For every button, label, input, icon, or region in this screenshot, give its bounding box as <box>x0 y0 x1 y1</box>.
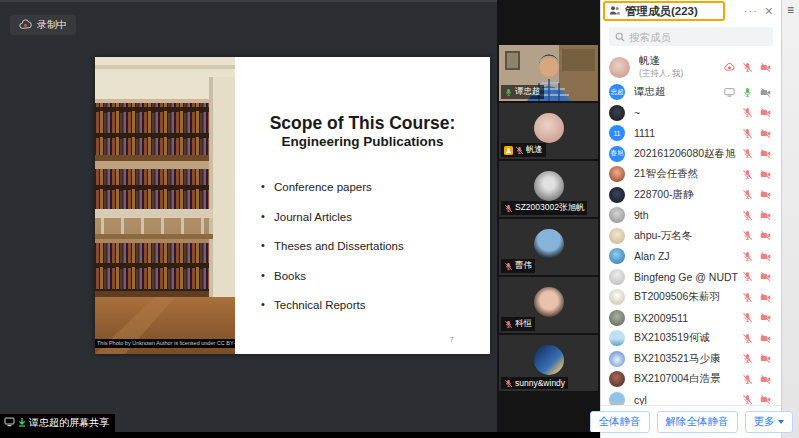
member-status-icons[interactable] <box>742 128 771 139</box>
participant-name: 科恒 <box>515 318 532 330</box>
member-row[interactable]: 9th <box>601 205 781 226</box>
member-name: Alan ZJ <box>634 250 670 262</box>
participant-filmstrip[interactable]: 谭忠超帆逢SZ2003002张旭帆曹伟科恒sunny&windy <box>497 0 600 438</box>
mic-on-icon <box>504 88 513 97</box>
member-row[interactable]: 111111 <box>601 123 781 144</box>
member-row[interactable]: BX2103521马少康 <box>601 349 781 370</box>
participant-tile[interactable]: 帆逢 <box>499 103 598 159</box>
member-status-icons[interactable] <box>742 210 771 221</box>
member-name: 1111 <box>634 127 655 139</box>
participant-tile[interactable]: 科恒 <box>499 277 598 333</box>
member-avatar <box>609 351 625 367</box>
member-row[interactable]: BT2009506朱薪羽 <box>601 287 781 308</box>
member-row[interactable]: 帆逢(主持人, 我) <box>601 52 781 82</box>
participant-tile[interactable]: 谭忠超 <box>499 45 598 101</box>
member-status-icons[interactable] <box>742 189 771 200</box>
cam-off-icon <box>760 230 771 241</box>
member-row[interactable]: BX2009511 <box>601 308 781 329</box>
participant-tile[interactable]: SZ2003002张旭帆 <box>499 161 598 217</box>
download-arrow-icon <box>18 418 26 429</box>
member-management-panel: 管理成员(223) ··· × 帆逢(主持人, 我)忠超谭忠超~111111春旭… <box>600 0 781 438</box>
mic-off-icon <box>742 189 753 200</box>
member-avatar <box>609 228 625 244</box>
member-list[interactable]: 帆逢(主持人, 我)忠超谭忠超~111111春旭202161206080赵春旭2… <box>601 50 781 405</box>
panel-close-button[interactable]: × <box>765 5 773 17</box>
cam-off-icon <box>760 107 771 118</box>
member-row[interactable]: Alan ZJ <box>601 246 781 267</box>
participant-name-label: 谭忠超 <box>501 85 544 99</box>
member-row[interactable]: 228700-唐静 <box>601 185 781 206</box>
member-name: BT2009506朱薪羽 <box>634 290 720 304</box>
member-status-icons[interactable] <box>742 271 771 282</box>
participant-name-label: 科恒 <box>501 317 535 331</box>
member-row[interactable]: BX2103519何诚 <box>601 328 781 349</box>
participant-name: 曹伟 <box>515 260 532 272</box>
participant-name-label: SZ2003002张旭帆 <box>501 201 587 215</box>
member-status-icons[interactable] <box>742 374 771 385</box>
mic-off-icon <box>504 320 513 329</box>
mic-off-icon <box>504 262 513 271</box>
mic-off-icon <box>504 379 513 388</box>
mic-off-icon <box>742 169 753 180</box>
library-photo: This Photo by Unknown Author is licensed… <box>95 57 235 354</box>
mic-off-icon <box>742 128 753 139</box>
member-status-icons[interactable] <box>724 62 771 73</box>
member-status-icons[interactable] <box>742 148 771 159</box>
member-row[interactable]: 21智会任香然 <box>601 164 781 185</box>
panel-more-button[interactable]: ··· <box>744 6 758 16</box>
member-status-icons[interactable] <box>742 292 771 303</box>
mic-on-icon <box>742 87 753 98</box>
participant-avatar <box>534 345 564 375</box>
member-status-icons[interactable] <box>742 333 771 344</box>
member-row[interactable]: Bingfeng Ge @ NUDT <box>601 267 781 288</box>
slide-bullet: Conference papers <box>261 181 490 193</box>
member-search-input[interactable] <box>629 31 759 43</box>
member-role-label: (主持人, 我) <box>639 68 683 80</box>
mic-off-icon <box>742 210 753 221</box>
member-row[interactable]: 忠超谭忠超 <box>601 82 781 103</box>
member-status-icons[interactable] <box>724 87 771 98</box>
mic-off-icon <box>742 62 753 73</box>
slide-content: Scope of This Course: Engineering Public… <box>235 57 490 354</box>
member-status-icons[interactable] <box>742 169 771 180</box>
panel-header: 管理成员(223) ··· × <box>601 0 781 22</box>
search-icon <box>615 28 625 46</box>
member-row[interactable]: BX2107004白浩景 <box>601 369 781 390</box>
member-row[interactable]: ~ <box>601 103 781 124</box>
participant-tile[interactable]: 曹伟 <box>499 219 598 275</box>
unmute-all-button[interactable]: 解除全体静音 <box>657 411 738 433</box>
slide-bullet: Books <box>261 270 490 282</box>
member-name: 21智会任香然 <box>634 167 698 181</box>
monitor-icon <box>4 417 15 429</box>
cloud-record-icon <box>19 19 32 32</box>
member-status-icons[interactable] <box>742 312 771 323</box>
screen-share-icon <box>724 87 735 98</box>
cam-off-icon <box>760 312 771 323</box>
member-status-icons[interactable] <box>742 353 771 364</box>
bottom-taskbar-strip <box>0 432 600 438</box>
photo-credit-caption: This Photo by Unknown Author is licensed… <box>95 339 235 348</box>
mic-off-icon <box>504 204 513 213</box>
slide-subtitle: Engineering Publications <box>235 134 490 149</box>
member-status-icons[interactable] <box>742 251 771 262</box>
participant-name: 帆逢 <box>526 144 543 156</box>
participant-tile[interactable]: sunny&windy <box>499 335 598 391</box>
member-status-icons[interactable] <box>742 394 771 405</box>
recording-indicator: 录制中 <box>10 15 76 35</box>
member-status-icons[interactable] <box>742 230 771 241</box>
member-row[interactable]: ahpu-万名冬 <box>601 226 781 247</box>
slide-bullet: Journal Articles <box>261 211 490 223</box>
member-search-box[interactable] <box>609 27 773 46</box>
more-button[interactable]: 更多 <box>745 411 793 433</box>
slide-bullet: Theses and Dissertations <box>261 240 490 252</box>
member-name: 228700-唐静 <box>634 188 694 202</box>
sidebar-menu-icon[interactable]: ≡ <box>787 4 794 16</box>
member-avatar <box>609 57 630 78</box>
member-row[interactable]: 春旭202161206080赵春旭 <box>601 144 781 165</box>
member-status-icons[interactable] <box>742 107 771 118</box>
member-row[interactable]: cyl <box>601 390 781 406</box>
mic-off-icon <box>742 230 753 241</box>
participant-avatar <box>534 287 564 317</box>
mute-all-button[interactable]: 全体静音 <box>590 411 650 433</box>
slide-title: Scope of This Course: <box>235 113 490 134</box>
